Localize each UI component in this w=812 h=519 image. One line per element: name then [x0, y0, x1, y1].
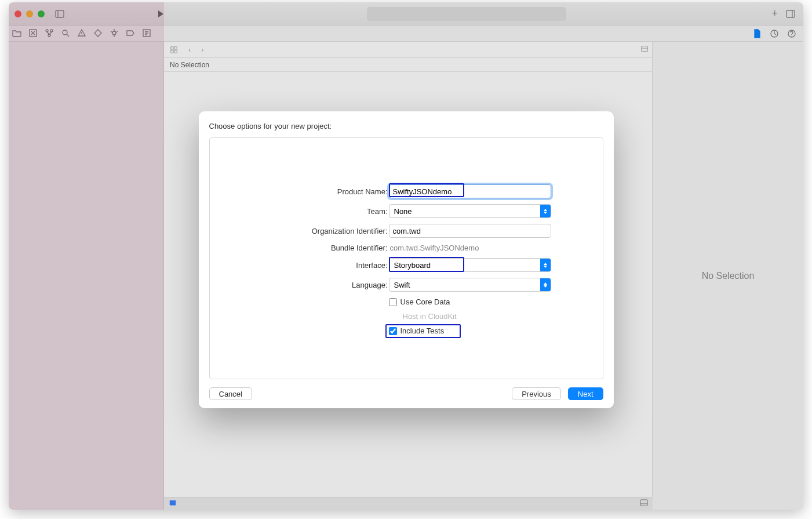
team-select[interactable]: None	[389, 204, 551, 218]
chevron-updown-icon	[540, 259, 551, 271]
bundle-id-value: com.twd.SwiftyJSONdemo	[389, 244, 551, 252]
org-id-label: Organization Identifier:	[261, 227, 389, 235]
product-name-label: Product Name:	[261, 187, 389, 196]
cancel-button[interactable]: Cancel	[209, 387, 252, 400]
language-select[interactable]: Swift	[389, 278, 551, 292]
cloudkit-label: Host in CloudKit	[403, 312, 457, 321]
include-tests-label: Include Tests	[400, 326, 445, 335]
team-label: Team:	[261, 207, 389, 216]
interface-select[interactable]: Storyboard	[389, 258, 551, 272]
include-tests-checkbox[interactable]	[389, 327, 397, 335]
sheet-body: Product Name: Team: None Organization Id…	[209, 137, 603, 379]
previous-button[interactable]: Previous	[512, 387, 561, 400]
next-button[interactable]: Next	[568, 387, 603, 400]
chevron-updown-icon	[540, 278, 551, 291]
sheet-title: Choose options for your new project:	[209, 122, 603, 130]
new-project-sheet: Choose options for your new project: Pro…	[199, 111, 614, 408]
bundle-id-label: Bundle Identifier:	[261, 244, 389, 252]
chevron-updown-icon	[540, 205, 551, 217]
org-id-input[interactable]	[389, 224, 551, 238]
core-data-checkbox[interactable]	[389, 298, 397, 306]
product-name-input[interactable]	[389, 184, 551, 198]
xcode-window: + ‹ ›	[9, 2, 803, 510]
interface-label: Interface:	[261, 261, 389, 270]
language-label: Language:	[261, 281, 389, 289]
core-data-label: Use Core Data	[400, 297, 450, 306]
